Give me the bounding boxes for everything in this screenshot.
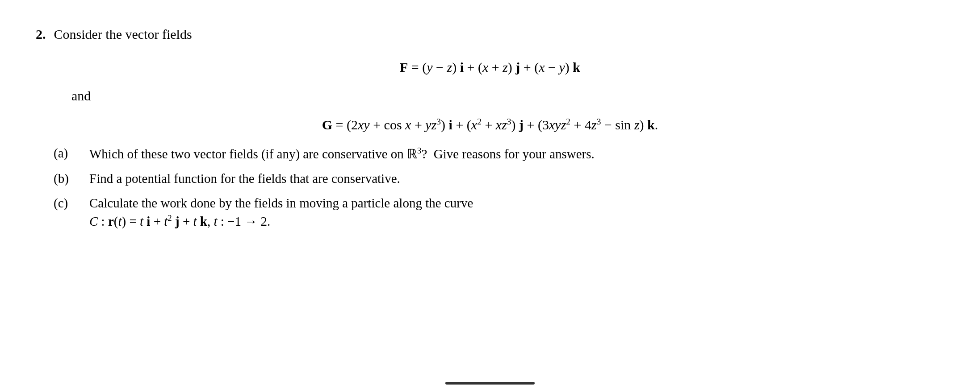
problem-container: 2. Consider the vector fields F = (y − z… <box>36 27 944 228</box>
field-F-math: F = (y − z) i + (x + z) j + (x − y) k <box>400 60 580 74</box>
part-b: (b) Find a potential function for the fi… <box>54 171 944 186</box>
part-a-label: (a) <box>54 146 89 161</box>
part-b-content: Find a potential function for the fields… <box>89 171 944 186</box>
parts-container: (a) Which of these two vector fields (if… <box>54 146 944 228</box>
problem-number: 2. <box>36 27 46 42</box>
part-a: (a) Which of these two vector fields (if… <box>54 146 944 161</box>
bottom-bar <box>445 382 535 385</box>
field-F-equation: F = (y − z) i + (x + z) j + (x − y) k <box>36 60 944 75</box>
part-c-content: Calculate the work done by the fields in… <box>89 196 944 229</box>
field-G-math: G = (2xy + cos x + yz3) i + (x2 + xz3) j… <box>322 117 658 132</box>
part-b-label: (b) <box>54 171 89 186</box>
part-c-label: (c) <box>54 196 89 211</box>
problem-intro: Consider the vector fields <box>54 27 192 42</box>
problem-header: 2. Consider the vector fields <box>36 27 944 42</box>
part-c: (c) Calculate the work done by the field… <box>54 196 944 229</box>
field-G-equation: G = (2xy + cos x + yz3) i + (x2 + xz3) j… <box>36 117 944 132</box>
and-text: and <box>71 88 944 103</box>
part-a-content: Which of these two vector fields (if any… <box>89 146 944 161</box>
